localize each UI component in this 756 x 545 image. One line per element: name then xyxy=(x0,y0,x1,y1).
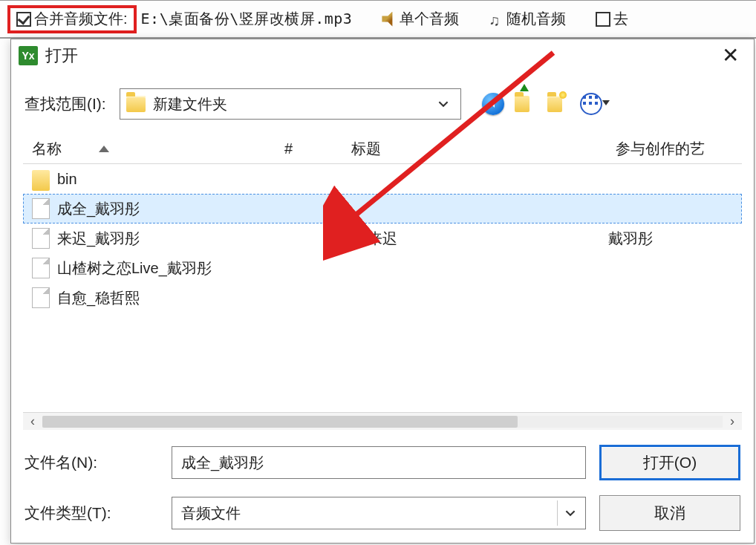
random-audio-button[interactable]: 随机音频 xyxy=(489,9,566,29)
dialog-title: 打开 xyxy=(45,45,714,67)
filename-input[interactable]: 成全_戴羽彤 xyxy=(172,446,586,479)
open-button[interactable]: 打开(O) xyxy=(599,445,740,480)
file-list: 名称 # 标题 参与创作的艺 bin成全_戴羽彤来迟_戴羽彤来迟戴羽彤山楂树之恋… xyxy=(23,134,742,430)
horizontal-scrollbar[interactable]: ‹ › xyxy=(23,412,742,430)
file-list-header: 名称 # 标题 参与创作的艺 xyxy=(23,134,742,164)
single-audio-label: 单个音频 xyxy=(400,9,459,29)
column-title[interactable]: 标题 xyxy=(342,139,607,159)
file-title: 来迟 xyxy=(368,229,608,249)
file-name: 来迟_戴羽彤 xyxy=(57,229,301,249)
speaker-icon xyxy=(382,12,397,27)
dialog-titlebar: Yx 打开 ✕ xyxy=(11,39,754,72)
filetype-value: 音频文件 xyxy=(181,503,241,523)
scroll-right-button[interactable]: › xyxy=(723,414,742,430)
music-note-icon xyxy=(489,12,504,27)
folder-icon xyxy=(126,96,146,112)
lookin-combo[interactable]: 新建文件夹 xyxy=(120,88,461,120)
cancel-button-label: 取消 xyxy=(654,503,685,523)
file-icon xyxy=(32,228,50,249)
file-name: 成全_戴羽彤 xyxy=(57,199,301,219)
background-toolbar: 合并音频文件: E:\桌面备份\竖屏改横屏.mp3 单个音频 随机音频 去 xyxy=(0,0,756,39)
file-row[interactable]: 自愈_稳哲熙 xyxy=(23,283,742,313)
open-button-label: 打开(O) xyxy=(643,452,697,473)
column-name[interactable]: 名称 xyxy=(23,139,276,159)
column-name-label: 名称 xyxy=(32,139,62,159)
file-name: 山楂树之恋Live_戴羽彤 xyxy=(57,258,301,278)
nav-back-button[interactable] xyxy=(482,93,504,115)
filename-value: 成全_戴羽彤 xyxy=(181,453,264,473)
file-row[interactable]: 成全_戴羽彤 xyxy=(23,194,742,223)
scroll-track[interactable] xyxy=(42,416,723,428)
random-audio-label: 随机音频 xyxy=(506,9,566,29)
new-folder-button[interactable] xyxy=(547,93,570,115)
file-icon xyxy=(32,198,50,219)
file-row[interactable]: 来迟_戴羽彤来迟戴羽彤 xyxy=(23,223,742,253)
single-audio-button[interactable]: 单个音频 xyxy=(382,9,459,29)
filetype-label: 文件类型(T): xyxy=(25,503,158,523)
chevron-down-icon[interactable] xyxy=(432,93,454,115)
sort-ascending-icon xyxy=(99,146,109,152)
nav-tool-icons xyxy=(482,93,602,115)
merge-audio-checkbox-highlight: 合并音频文件: xyxy=(7,5,137,33)
folder-icon xyxy=(32,170,50,191)
app-icon: Yx xyxy=(19,46,38,65)
nav-up-button[interactable] xyxy=(515,93,537,115)
scroll-left-button[interactable]: ‹ xyxy=(23,414,42,430)
file-name: bin xyxy=(57,171,301,188)
file-artist: 戴羽彤 xyxy=(608,229,742,249)
merge-audio-checkbox[interactable] xyxy=(16,12,31,27)
merge-audio-label: 合并音频文件: xyxy=(34,9,128,29)
lookin-label: 查找范围(I): xyxy=(25,94,106,114)
scroll-thumb[interactable] xyxy=(42,416,518,428)
lookin-value: 新建文件夹 xyxy=(153,94,227,114)
chevron-down-icon xyxy=(602,100,610,105)
dialog-bottom: 文件名(N): 成全_戴羽彤 打开(O) 文件类型(T): 音频文件 取消 xyxy=(11,430,754,543)
file-row[interactable]: bin xyxy=(23,164,742,194)
trailing-label: 去 xyxy=(613,9,628,29)
close-button[interactable]: ✕ xyxy=(714,44,746,68)
filetype-combo[interactable]: 音频文件 xyxy=(172,497,586,529)
file-row[interactable]: 山楂树之恋Live_戴羽彤 xyxy=(23,253,742,283)
file-icon xyxy=(32,258,50,278)
lookin-row: 查找范围(I): 新建文件夹 xyxy=(11,72,754,128)
audio-path-field[interactable]: E:\桌面备份\竖屏改横屏.mp3 xyxy=(141,9,353,29)
new-folder-icon xyxy=(547,96,562,112)
file-list-body[interactable]: bin成全_戴羽彤来迟_戴羽彤来迟戴羽彤山楂树之恋Live_戴羽彤自愈_稳哲熙 xyxy=(23,164,742,412)
column-number[interactable]: # xyxy=(276,140,342,157)
column-artist[interactable]: 参与创作的艺 xyxy=(607,139,740,159)
file-icon xyxy=(32,287,50,308)
file-name: 自愈_稳哲熙 xyxy=(57,288,301,308)
view-menu-button[interactable] xyxy=(580,93,602,115)
trailing-checkbox[interactable] xyxy=(596,12,610,27)
chevron-down-icon[interactable] xyxy=(557,500,582,526)
filename-label: 文件名(N): xyxy=(25,452,158,473)
cancel-button[interactable]: 取消 xyxy=(599,495,740,531)
arrow-up-icon xyxy=(520,84,529,91)
folder-up-icon xyxy=(515,96,529,112)
open-file-dialog: Yx 打开 ✕ 查找范围(I): 新建文件夹 xyxy=(10,39,755,544)
